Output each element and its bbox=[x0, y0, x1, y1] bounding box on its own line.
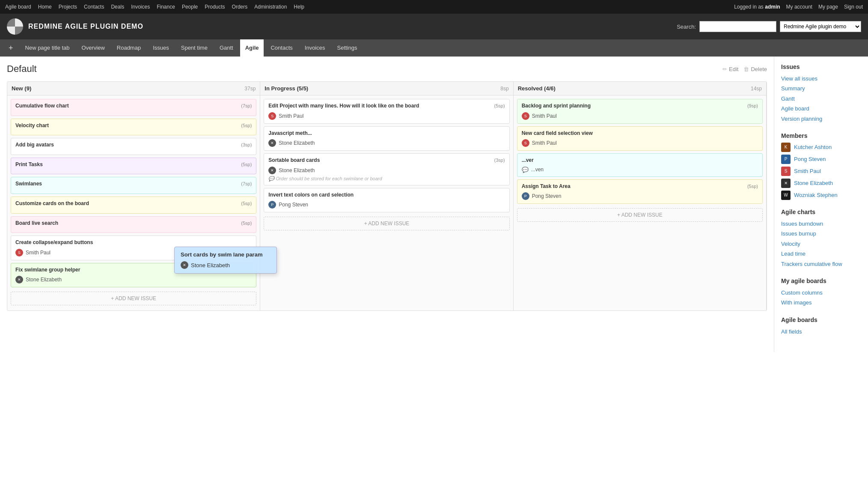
card-user: ✕ Stone Elizabeth bbox=[15, 276, 252, 283]
card-assign-task[interactable]: Assign Task to Area (5sp) P Pong Steven bbox=[517, 179, 763, 204]
avatar-smith: S bbox=[268, 112, 276, 120]
card-title: Assign Task to Area (5sp) bbox=[522, 183, 758, 190]
card-user: P Pong Steven bbox=[268, 201, 505, 209]
nav-deals[interactable]: Deals bbox=[111, 4, 124, 10]
member-link-wozniak[interactable]: Wozniak Stephen bbox=[794, 192, 838, 198]
card-ver[interactable]: ...ver 💬 ...ven bbox=[517, 153, 763, 177]
nav-administration[interactable]: Administration bbox=[254, 4, 287, 10]
edit-label: Edit bbox=[729, 66, 738, 72]
col-body-resolved: Backlog and sprint planning (9sp) S Smit… bbox=[514, 95, 766, 310]
nav-orders[interactable]: Orders bbox=[232, 4, 248, 10]
card-sortable-board[interactable]: Sortable board cards (3sp) ✕ Stone Eliza… bbox=[264, 153, 509, 185]
search-input[interactable] bbox=[699, 21, 776, 32]
tab-agile[interactable]: Agile bbox=[240, 39, 264, 57]
nav-help[interactable]: Help bbox=[294, 4, 304, 10]
col-points-new: 37sp bbox=[244, 86, 256, 92]
card-backlog-sprint[interactable]: Backlog and sprint planning (9sp) S Smit… bbox=[517, 99, 763, 124]
drag-tooltip-user: ✕ Stone Elizabeth bbox=[181, 261, 271, 269]
card-title: New card field selection view bbox=[522, 130, 758, 137]
avatar-stone: ✕ bbox=[268, 139, 276, 147]
sidebar-agile-boards-title: Agile boards bbox=[781, 316, 861, 323]
sidebar-link-gantt[interactable]: Gantt bbox=[781, 94, 861, 104]
card-user: ✕ Stone Elizabeth bbox=[268, 167, 505, 174]
tab-contacts[interactable]: Contacts bbox=[265, 39, 297, 57]
board-title: Default bbox=[7, 63, 37, 75]
add-tab-button[interactable]: + bbox=[5, 44, 17, 53]
logo-text: REDMINE AGILE PLUGIN DEMO bbox=[28, 23, 143, 30]
member-smith: S Smith Paul bbox=[781, 167, 861, 176]
member-avatar-stone: ✕ bbox=[781, 179, 791, 188]
nav-home[interactable]: Home bbox=[38, 4, 52, 10]
search-scope-select[interactable]: Redmine Agile plugin demo bbox=[780, 21, 861, 32]
nav-products[interactable]: Products bbox=[205, 4, 225, 10]
sidebar-link-view-all-issues[interactable]: View all issues bbox=[781, 74, 861, 83]
card-javascript-meth[interactable]: Javascript meth... ✕ Stone Elizabeth bbox=[264, 126, 509, 151]
avatar-pong: P bbox=[522, 192, 529, 200]
card-add-big-avatars[interactable]: Add big avatars (3sp) bbox=[11, 138, 256, 155]
sidebar-link-summary[interactable]: Summary bbox=[781, 83, 861, 93]
nav-my-account[interactable]: My account bbox=[786, 4, 812, 10]
card-board-live-search[interactable]: Board live search (5sp) bbox=[11, 216, 256, 233]
edit-icon: ✏ bbox=[722, 66, 727, 72]
member-link-smith[interactable]: Smith Paul bbox=[794, 168, 821, 174]
card-title: Board live search (5sp) bbox=[15, 220, 252, 227]
tab-invoices[interactable]: Invoices bbox=[300, 39, 330, 57]
drag-tooltip: Sort cards by swim lane param ✕ Stone El… bbox=[174, 247, 277, 274]
nav-contacts[interactable]: Contacts bbox=[84, 4, 104, 10]
nav-people[interactable]: People bbox=[182, 4, 198, 10]
card-print-tasks[interactable]: Print Tasks (5sp) bbox=[11, 158, 256, 175]
card-cumulative-flow[interactable]: Cumulative flow chart (7sp) bbox=[11, 99, 256, 116]
add-issue-resolved[interactable]: + ADD NEW ISSUE bbox=[517, 208, 763, 222]
nav-projects[interactable]: Projects bbox=[59, 4, 77, 10]
card-title: Backlog and sprint planning (9sp) bbox=[522, 103, 758, 110]
nav-finance[interactable]: Finance bbox=[157, 4, 175, 10]
card-edit-project[interactable]: Edit Project with many lines. How will i… bbox=[264, 99, 509, 124]
sidebar-link-custom-columns[interactable]: Custom columns bbox=[781, 288, 861, 298]
logged-in-label: Logged in as admin bbox=[734, 4, 780, 10]
edit-board-button[interactable]: ✏ Edit bbox=[722, 66, 738, 72]
card-invert-text[interactable]: Invert text colors on card selection P P… bbox=[264, 188, 509, 213]
tab-overview[interactable]: Overview bbox=[77, 39, 110, 57]
sidebar-link-lead-time[interactable]: Lead time bbox=[781, 249, 861, 259]
sidebar-link-trackers-cumulative[interactable]: Trackers cumulative flow bbox=[781, 259, 861, 269]
comment-icon: 💬 bbox=[522, 167, 529, 173]
member-link-stone[interactable]: Stone Elizabeth bbox=[794, 180, 833, 186]
sidebar-link-issues-burnup[interactable]: Issues burnup bbox=[781, 229, 861, 239]
sidebar-link-with-images[interactable]: With images bbox=[781, 298, 861, 307]
delete-board-button[interactable]: 🗑 Delete bbox=[743, 66, 767, 72]
card-comment: 💬 Order should be stored for each swimla… bbox=[268, 176, 505, 182]
add-issue-in-progress[interactable]: + ADD NEW ISSUE bbox=[264, 217, 509, 230]
board-actions: ✏ Edit 🗑 Delete bbox=[722, 66, 767, 72]
tab-new-page[interactable]: New page title tab bbox=[20, 39, 75, 57]
card-customize-cards[interactable]: Customize cards on the board (5sp) bbox=[11, 197, 256, 214]
sidebar-link-version-planning[interactable]: Version planning bbox=[781, 114, 861, 124]
sidebar-issues-section: Issues View all issues Summary Gantt Agi… bbox=[781, 63, 861, 124]
tab-issues[interactable]: Issues bbox=[148, 39, 174, 57]
tab-spent-time[interactable]: Spent time bbox=[176, 39, 213, 57]
tab-settings[interactable]: Settings bbox=[332, 39, 363, 57]
tab-gantt[interactable]: Gantt bbox=[214, 39, 238, 57]
sidebar-link-issues-burndown[interactable]: Issues burndown bbox=[781, 219, 861, 229]
nav-sign-out[interactable]: Sign out bbox=[844, 4, 863, 10]
card-user: S Smith Paul bbox=[522, 112, 758, 120]
sidebar-link-agile-board[interactable]: Agile board bbox=[781, 104, 861, 113]
member-link-pong[interactable]: Pong Steven bbox=[794, 156, 826, 162]
card-title: ...ver bbox=[522, 157, 758, 164]
search-area: Search: Redmine Agile plugin demo bbox=[677, 21, 861, 32]
card-new-card-field[interactable]: New card field selection view S Smith Pa… bbox=[517, 126, 763, 151]
add-issue-new[interactable]: + ADD NEW ISSUE bbox=[11, 292, 256, 305]
card-swimlanes[interactable]: Swimlanes (7sp) bbox=[11, 177, 256, 194]
card-velocity-chart[interactable]: Velocity chart (5sp) bbox=[11, 119, 256, 136]
nav-agile-board[interactable]: Agile board bbox=[5, 4, 31, 10]
sidebar-link-all-fields[interactable]: All fields bbox=[781, 327, 861, 337]
nav-invoices[interactable]: Invoices bbox=[131, 4, 150, 10]
card-title: Sortable board cards (3sp) bbox=[268, 157, 505, 164]
sidebar-agile-charts-section: Agile charts Issues burndown Issues burn… bbox=[781, 209, 861, 269]
sidebar: Issues View all issues Summary Gantt Agi… bbox=[774, 57, 868, 352]
member-link-kutcher[interactable]: Kutcher Ashton bbox=[794, 144, 832, 150]
tab-roadmap[interactable]: Roadmap bbox=[112, 39, 146, 57]
sidebar-link-velocity[interactable]: Velocity bbox=[781, 239, 861, 249]
sidebar-issues-title: Issues bbox=[781, 63, 861, 70]
nav-my-page[interactable]: My page bbox=[818, 4, 838, 10]
avatar-stone: ✕ bbox=[15, 276, 23, 283]
